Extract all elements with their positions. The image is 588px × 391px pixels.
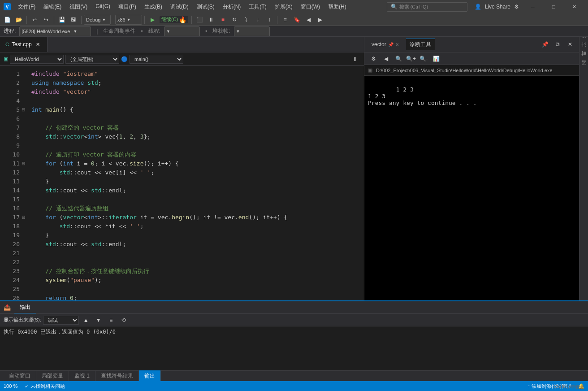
lifecycle-label[interactable]: 生命周期事件 <box>103 27 135 35</box>
output-down-button[interactable]: ▼ <box>93 315 104 325</box>
bullet1: • <box>141 28 143 35</box>
tab-close-button[interactable]: ✕ <box>35 41 42 48</box>
breakpoint-button[interactable]: ⬛ <box>194 15 205 25</box>
menu-debug[interactable]: 调试(D) <box>167 1 192 13</box>
breadcrumb-class-dropdown[interactable]: HelloWorld <box>10 55 64 64</box>
bookmark-button[interactable]: 🔖 <box>291 15 302 25</box>
process-dropdown[interactable]: [5828] HelloWorld.exe ▼ <box>19 26 91 36</box>
diag-settings-button[interactable]: ⚙ <box>368 54 379 64</box>
redo-button[interactable]: ↪ <box>41 15 52 25</box>
vtab-time[interactable]: 时 <box>579 56 588 64</box>
restart-button[interactable]: ↻ <box>229 15 240 25</box>
breadcrumb-func-dropdown[interactable]: main() <box>130 55 183 64</box>
title-bar: V 文件(F) 编辑(E) 视图(V) Git(G) 项目(P) 生成(B) 调… <box>0 0 588 13</box>
start-button[interactable]: ▶ <box>147 15 158 25</box>
prev-bookmark[interactable]: ◀ <box>303 15 314 25</box>
thread-arrow: ▼ <box>166 29 170 34</box>
code-editor[interactable]: 12345 678910 1112131415 1617181920 21222… <box>0 66 364 300</box>
vtab-render[interactable]: 渲 <box>579 39 588 46</box>
output-text: 执行 0x4000 已退出，返回值为 0 (0x0)/0 <box>4 329 116 335</box>
console-app-icon: ▣ <box>368 67 372 73</box>
breadcrumb-scope-dropdown[interactable]: (全局范围) <box>65 55 119 64</box>
diag-float-button[interactable]: ⧉ <box>552 39 563 49</box>
menu-project[interactable]: 项目(P) <box>115 1 140 13</box>
maximize-button[interactable]: □ <box>543 0 564 13</box>
fold-17[interactable]: ⊟ <box>22 213 28 222</box>
diag-close-button[interactable]: ✕ <box>565 39 575 49</box>
menu-git[interactable]: Git(G) <box>92 1 114 13</box>
stop-button[interactable]: ■ <box>217 15 228 25</box>
open-file-button[interactable]: 📂 <box>13 15 24 25</box>
tab-test-cpp[interactable]: C Test.cpp ✕ <box>0 37 48 52</box>
output-clear-button[interactable]: ≡ <box>106 315 117 325</box>
cpp-icon: C <box>5 42 9 47</box>
platform-dropdown[interactable]: x86 ▼ <box>115 15 142 25</box>
vector-tab[interactable]: vector 📌 ✕ <box>368 39 402 49</box>
search-box[interactable]: 🔍 搜索 (Ctrl+Q) <box>387 2 467 12</box>
diag-header-controls: 📌 ⧉ ✕ <box>540 39 575 49</box>
diagnostics-panel: vector 📌 ✕ 诊断工具 📌 ⧉ ✕ ⚙ ◀ 🔍 🔍+ <box>364 37 579 300</box>
fold-5[interactable]: ⊟ <box>22 105 28 114</box>
save-button[interactable]: 💾 <box>56 15 67 25</box>
live-share-area: 👤 Live Share ⚙ <box>475 4 519 10</box>
format-button[interactable]: ≡ <box>280 15 290 25</box>
toolbar-sep6 <box>277 16 277 24</box>
zoom-level[interactable]: 100 % <box>4 383 17 389</box>
vector-close[interactable]: ✕ <box>395 42 399 47</box>
menu-build[interactable]: 生成(B) <box>141 1 166 13</box>
toolbar-sep5 <box>191 16 192 24</box>
diag-chart-button[interactable]: 📊 <box>431 54 441 64</box>
diagnostics-tab[interactable]: 诊断工具 <box>406 39 435 50</box>
live-share-label[interactable]: Live Share <box>485 4 510 10</box>
fold-11[interactable]: ⊟ <box>22 159 28 168</box>
app-icon: V <box>4 3 11 10</box>
step-into-button[interactable]: ↓ <box>252 15 263 25</box>
step-over-button[interactable]: ⤵ <box>241 15 251 25</box>
output-up-button[interactable]: ▲ <box>81 315 91 325</box>
diagnostics-header: vector 📌 ✕ 诊断工具 📌 ⧉ ✕ <box>364 37 579 52</box>
diag-zoom-out[interactable]: 🔍- <box>418 54 429 64</box>
find-symbols-tab[interactable]: 查找符号结果 <box>95 370 139 382</box>
vtab-timer[interactable]: 器 <box>579 65 588 73</box>
output-source-dropdown[interactable]: 调试 <box>43 316 79 325</box>
auto-window-tab[interactable]: 自动窗口 <box>4 370 36 382</box>
diag-zoom-in[interactable]: 🔍+ <box>406 54 416 64</box>
vtab-calc[interactable]: 计 <box>579 48 588 55</box>
toolbar-sep2 <box>54 16 54 24</box>
minimize-button[interactable]: ─ <box>523 0 543 13</box>
menu-tools[interactable]: 工具(T) <box>245 1 270 13</box>
code-content[interactable]: #include "iostream" using namespace std;… <box>28 66 364 300</box>
stack-label: 堆栈帧: <box>212 27 230 35</box>
stack-dropdown[interactable]: ▼ <box>234 26 270 36</box>
save-all-button[interactable]: 🖫 <box>68 15 79 25</box>
output-tab[interactable]: 输出 <box>14 302 36 313</box>
step-out-button[interactable]: ↑ <box>264 15 275 25</box>
next-bookmark[interactable]: ▶ <box>315 15 325 25</box>
menu-view[interactable]: 视图(V) <box>66 1 91 13</box>
line-numbers: 12345 678910 1112131415 1617181920 21222… <box>4 66 22 300</box>
output-wrap-button[interactable]: ⟲ <box>118 315 129 325</box>
thread-label: 线程: <box>148 27 160 35</box>
menu-help[interactable]: 帮助(H) <box>324 1 350 13</box>
locals-tab[interactable]: 局部变量 <box>36 370 69 382</box>
diag-pin-button[interactable]: 📌 <box>540 39 550 49</box>
menu-test[interactable]: 测试(S) <box>193 1 218 13</box>
undo-button[interactable]: ↩ <box>29 15 40 25</box>
menu-edit[interactable]: 编辑(E) <box>40 1 65 13</box>
watch-tab[interactable]: 监视 1 <box>69 370 95 382</box>
diag-search-button[interactable]: 🔍 <box>393 54 404 64</box>
close-button[interactable]: ✕ <box>564 0 584 13</box>
menu-file[interactable]: 文件(F) <box>14 1 39 13</box>
expand-editor-button[interactable]: ⬆ <box>350 54 360 64</box>
new-file-button[interactable]: 📄 <box>2 15 13 25</box>
menu-window[interactable]: 窗口(W) <box>297 1 324 13</box>
menu-analyze[interactable]: 分析(N) <box>219 1 245 13</box>
diag-back-button[interactable]: ◀ <box>380 54 391 64</box>
debug-config-dropdown[interactable]: Debug ▼ <box>84 15 111 25</box>
menu-extensions[interactable]: 扩展(X) <box>271 1 296 13</box>
pause-button[interactable]: ⏸ <box>206 15 216 25</box>
continue-label[interactable]: 继续(C) <box>161 16 178 23</box>
output-panel-tab[interactable]: 输出 <box>139 370 161 382</box>
thread-dropdown[interactable]: ▼ <box>164 26 200 36</box>
process-bar: 进程: [5828] HelloWorld.exe ▼ | 生命周期事件 • 线… <box>0 26 588 37</box>
